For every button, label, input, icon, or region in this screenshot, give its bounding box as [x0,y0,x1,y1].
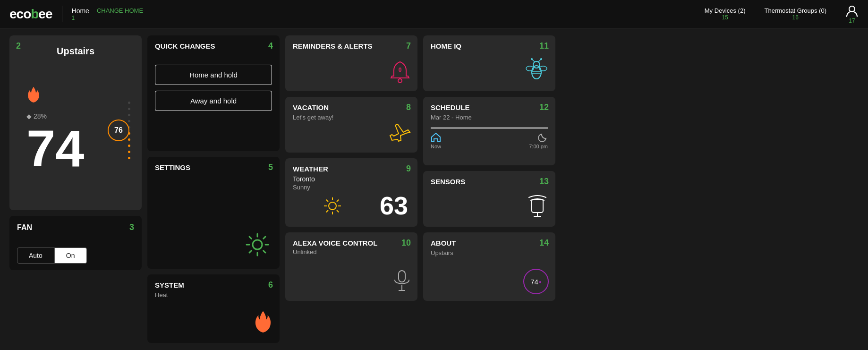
weather-temp: 63 [380,191,408,220]
schedule-card[interactable]: SCHEDULE 12 Mar 22 - Home Now 7:0 [423,97,555,165]
sensor-icon [526,194,549,220]
homeiq-bee-icon [524,58,549,85]
timeline-time-label: 7:00 pm [529,144,548,149]
user-nav[interactable]: 17 [845,4,859,24]
settings-card[interactable]: SETTINGS 5 [147,157,280,269]
reminders-card[interactable]: REMINDERS & ALERTS 7 0 [285,35,417,91]
header-home: Home CHANGE HOME 1 [72,7,144,21]
fan-card-num: 3 [129,222,134,232]
header: ecobee Home CHANGE HOME 1 My Devices (2)… [0,0,868,28]
about-title: ABOUT [431,239,456,247]
schedule-num: 12 [539,102,549,112]
fan-header: FAN 3 [17,222,134,232]
quick-changes-title: QUICK CHANGES [155,42,215,50]
dot-8 [128,145,130,147]
my-devices-nav[interactable]: My Devices (2) 15 [705,7,746,21]
sensors-card[interactable]: SENSORS 13 [423,171,555,227]
away-hold-button[interactable]: Away and hold [155,91,272,111]
timeline-bar [431,128,548,128]
homeiq-card[interactable]: HOME IQ 11 [423,35,555,91]
thermostat-card-num: 2 [16,41,21,51]
svg-line-10 [337,210,339,212]
vacation-card[interactable]: VACATION 8 Let's get away! [285,97,417,153]
timeline-icons [431,132,548,143]
svg-line-12 [326,210,328,212]
quick-buttons: Home and hold Away and hold [155,65,272,111]
logo: ecobee [9,7,52,22]
svg-point-17 [533,61,540,68]
weather-condition: Sunny [293,184,410,191]
home-number: 1 [72,15,144,21]
vacation-subtitle: Let's get away! [293,114,410,121]
system-subtitle: Heat [155,291,272,299]
fan-buttons: Auto On [17,248,134,264]
about-num: 14 [539,238,549,248]
sensors-title: SENSORS [431,178,465,186]
vacation-title: VACATION [293,103,329,111]
header-divider [62,6,62,22]
thermostat-name: Upstairs [17,46,134,57]
dot-10 [128,157,130,159]
svg-line-11 [337,200,339,202]
microphone-icon [393,270,411,294]
svg-point-2 [398,79,402,83]
weather-city: Toronto [293,175,410,183]
left-column: 2 Upstairs ◆ 28% 74 [9,35,142,343]
weather-card[interactable]: WEATHER 9 Toronto Sunny 63 [285,158,417,227]
settings-gear-icon [245,232,270,259]
schedule-title: SCHEDULE [431,103,470,111]
fan-label: FAN [17,223,32,232]
dot-1 [128,102,130,104]
home-hold-button[interactable]: Home and hold [155,65,272,85]
quick-changes-card[interactable]: QUICK CHANGES 4 Home and hold Away and h… [147,35,280,151]
timeline-labels: Now 7:00 pm [431,144,548,149]
fan-card[interactable]: FAN 3 Auto On [9,216,142,270]
thermostat-body: ◆ 28% 74 [17,57,134,204]
middle-column-2: REMINDERS & ALERTS 7 0 VACATION 8 Let's … [285,35,417,343]
quick-changes-num: 4 [268,41,273,51]
middle-column-1: QUICK CHANGES 4 Home and hold Away and h… [147,35,280,343]
flame-icon [26,86,41,108]
current-temp: 74 [26,122,84,174]
about-subtitle: Upstairs [431,249,548,256]
fan-on-button[interactable]: On [54,248,87,264]
alexa-card[interactable]: ALEXA VOICE CONTROL 10 Unlinked [285,232,417,301]
dot-2 [128,108,130,110]
svg-line-9 [326,200,328,202]
alexa-num: 10 [401,238,411,248]
dot-4 [128,120,130,122]
svg-text:0: 0 [399,67,402,73]
schedule-timeline: Now 7:00 pm [431,128,548,149]
reminders-title: REMINDERS & ALERTS [293,42,373,50]
dot-7 [128,138,130,141]
thermostat-card[interactable]: 2 Upstairs ◆ 28% 74 [9,35,142,210]
my-devices-label: My Devices (2) [705,7,746,14]
alexa-title: ALEXA VOICE CONTROL [293,239,377,247]
system-card[interactable]: SYSTEM 6 Heat [147,274,280,343]
settings-num: 5 [268,162,273,172]
schedule-date: Mar 22 - Home [431,114,548,121]
thermostat-groups-num: 16 [792,14,799,21]
bell-icon: 0 [389,60,411,85]
alexa-status: Unlinked [293,248,410,256]
setpoint-circle[interactable]: 76 [108,120,129,141]
user-num: 17 [849,17,855,24]
change-home-button[interactable]: CHANGE HOME [97,7,143,14]
airplane-icon [387,120,411,146]
about-temp-circle: 74 ● [523,269,549,294]
user-icon [845,4,859,17]
svg-point-4 [329,202,336,210]
vacation-num: 8 [406,102,411,112]
svg-point-1 [253,240,262,249]
main-content: 2 Upstairs ◆ 28% 74 [0,28,868,350]
sensors-num: 13 [539,177,549,187]
homeiq-title: HOME IQ [431,42,461,50]
thermostat-groups-nav[interactable]: Thermostat Groups (0) 16 [764,7,826,21]
about-card[interactable]: ABOUT 14 Upstairs 74 ● [423,232,555,301]
right-column: HOME IQ 11 [423,35,555,343]
system-num: 6 [268,280,273,290]
my-devices-num: 15 [722,14,728,21]
fan-auto-button[interactable]: Auto [17,248,54,264]
home-label: Home [72,7,89,15]
moon-icon [537,132,548,143]
